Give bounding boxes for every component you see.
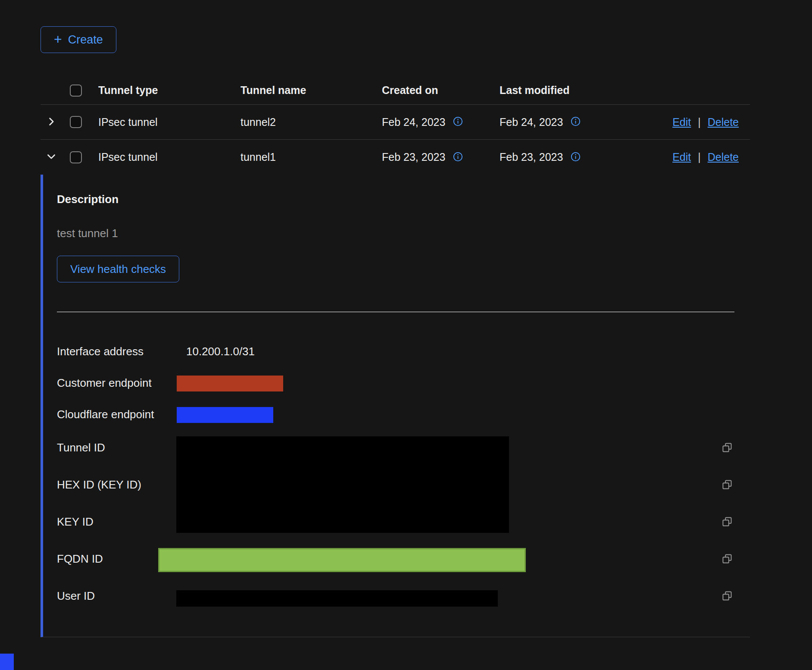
delete-link[interactable]: Delete (708, 151, 739, 163)
user-id-redacted-value (176, 590, 498, 607)
created-on-info-button[interactable] (453, 116, 463, 128)
table-row-tunnel1: IPsec tunnel tunnel1 Feb 23, 2023 Feb 23… (41, 140, 750, 175)
user-id-label: User ID (57, 589, 95, 603)
customer-endpoint-label: Customer endpoint (57, 376, 152, 390)
header-tunnel-name: Tunnel name (240, 84, 382, 97)
chevron-down-icon (47, 152, 56, 163)
details-divider (57, 312, 734, 312)
tunnel-name-cell: tunnel1 (240, 151, 382, 163)
copy-icon (721, 590, 733, 603)
edit-link[interactable]: Edit (672, 116, 691, 128)
header-tunnel-type: Tunnel type (98, 84, 240, 97)
bottom-left-blue-bar (0, 654, 14, 670)
key-id-label: KEY ID (57, 515, 94, 529)
view-health-checks-button[interactable]: View health checks (57, 256, 179, 282)
fqdn-id-label: FQDN ID (57, 552, 103, 566)
copy-icon (721, 516, 733, 529)
description-value: test tunnel 1 (57, 227, 118, 240)
cloudflare-endpoint-label: Cloudflare endpoint (57, 408, 154, 421)
expand-row-button[interactable] (47, 117, 56, 128)
collapse-row-button[interactable] (47, 152, 56, 163)
copy-icon (721, 553, 733, 566)
delete-link[interactable]: Delete (708, 116, 739, 128)
info-icon (571, 116, 581, 128)
created-on-info-button[interactable] (453, 152, 463, 163)
row-checkbox[interactable] (70, 151, 82, 163)
header-created-on: Created on (382, 84, 500, 97)
table-row-tunnel2: IPsec tunnel tunnel2 Feb 24, 2023 Feb 24… (41, 105, 750, 140)
interface-address-label: Interface address (57, 345, 144, 358)
customer-endpoint-redacted-value (177, 376, 283, 391)
tunnel-name-cell: tunnel2 (240, 116, 382, 128)
copy-fqdn-id-button[interactable] (721, 553, 734, 566)
tunnel-id-label: Tunnel ID (57, 441, 105, 454)
copy-icon (721, 479, 733, 492)
info-icon (571, 152, 581, 163)
tunnel-type-cell: IPsec tunnel (98, 151, 240, 163)
description-label: Description (57, 193, 119, 206)
create-button-label: Create (68, 33, 103, 47)
copy-icon (721, 441, 733, 455)
last-modified-info-button[interactable] (571, 152, 581, 163)
select-all-checkbox[interactable] (70, 85, 82, 97)
ids-redacted-block (176, 436, 509, 533)
cloudflare-endpoint-redacted-value (177, 407, 273, 423)
action-separator: | (698, 151, 701, 163)
tunnel-type-cell: IPsec tunnel (98, 116, 240, 128)
header-last-modified: Last modified (500, 84, 655, 97)
copy-key-id-button[interactable] (721, 516, 734, 529)
hex-id-label: HEX ID (KEY ID) (57, 478, 141, 492)
action-separator: | (698, 116, 701, 128)
chevron-right-icon (47, 117, 56, 128)
plus-icon: + (54, 32, 62, 46)
create-button[interactable]: + Create (41, 26, 116, 53)
last-modified-info-button[interactable] (571, 116, 581, 128)
copy-hex-id-button[interactable] (721, 479, 734, 492)
copy-user-id-button[interactable] (721, 590, 734, 603)
row-checkbox[interactable] (70, 116, 82, 128)
interface-address-value: 10.200.1.0/31 (186, 345, 255, 358)
tunnel-details-panel: Description test tunnel 1 View health ch… (41, 175, 750, 637)
last-modified-value: Feb 23, 2023 (500, 151, 563, 163)
created-on-value: Feb 24, 2023 (382, 116, 445, 128)
created-on-value: Feb 23, 2023 (382, 151, 445, 163)
edit-link[interactable]: Edit (672, 151, 691, 163)
table-header-row: Tunnel type Tunnel name Created on Last … (41, 76, 750, 105)
info-icon (453, 152, 463, 163)
fqdn-id-redacted-value (158, 548, 526, 572)
copy-tunnel-id-button[interactable] (721, 441, 734, 454)
info-icon (453, 116, 463, 128)
ipsec-tunnels-page: + Create Tunnel type Tunnel name Created… (0, 0, 812, 670)
tunnels-table: Tunnel type Tunnel name Created on Last … (41, 76, 750, 637)
last-modified-value: Feb 24, 2023 (500, 116, 563, 128)
